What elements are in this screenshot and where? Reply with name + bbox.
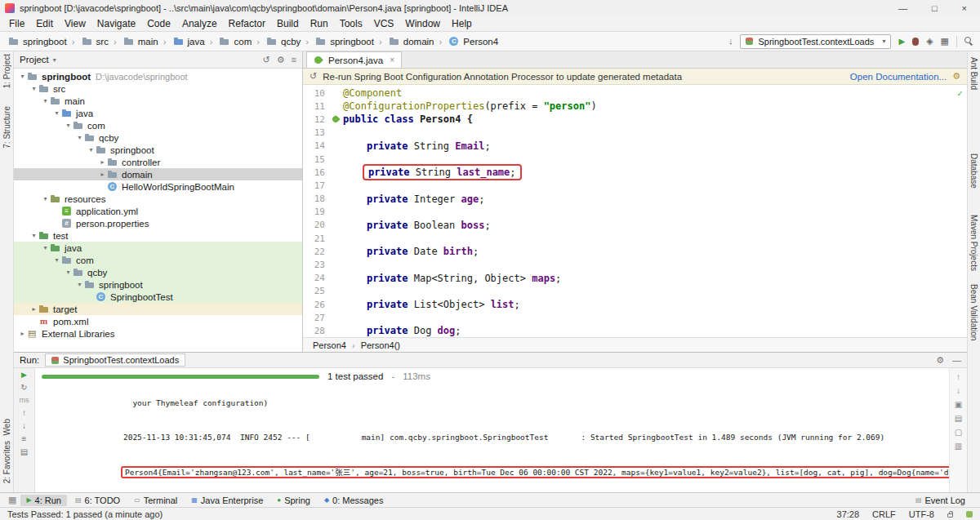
caret-position[interactable]: 37:28	[837, 509, 860, 519]
tree-toggle-arrow[interactable]: ▸	[97, 171, 108, 178]
gutter-icon[interactable]	[331, 232, 343, 245]
console-toolbar-icon[interactable]: ▤	[955, 414, 962, 423]
menu-item[interactable]: VCS	[368, 16, 400, 31]
tool-window-button[interactable]: Maven Projects	[969, 212, 978, 273]
gutter-icon[interactable]	[331, 100, 343, 113]
encoding-indicator[interactable]: UTF-8	[909, 509, 934, 519]
run-toolbar-icon[interactable]: ▤	[20, 447, 28, 456]
menu-item[interactable]: Build	[271, 16, 305, 31]
tree-toggle-arrow[interactable]: ▾	[40, 195, 51, 202]
tree-row[interactable]: ▾ com	[14, 119, 302, 131]
search-icon[interactable]	[964, 37, 973, 46]
menu-item[interactable]: Edit	[30, 16, 59, 31]
debug-button[interactable]	[912, 38, 919, 46]
gutter-icon[interactable]	[331, 311, 343, 324]
run-toolbar-icon[interactable]: ms	[20, 396, 29, 404]
code-editor[interactable]: 10 @Component 11 @ConfigurationPropertie…	[303, 85, 967, 337]
menu-item[interactable]: Run	[305, 16, 334, 31]
gutter-icon[interactable]	[331, 87, 343, 100]
chevron-down-icon[interactable]: ▾	[53, 56, 56, 64]
close-button[interactable]: ×	[962, 3, 967, 13]
tree-row[interactable]: ▾ main	[14, 95, 302, 107]
run-toolbar-icon[interactable]: ▶	[21, 371, 27, 379]
gutter-icon[interactable]	[331, 245, 343, 258]
gutter-icon[interactable]	[331, 166, 343, 179]
tree-row[interactable]: ▾ qcby	[14, 131, 302, 144]
line-number[interactable]: 25	[303, 286, 331, 296]
gutter-icon[interactable]	[331, 219, 343, 232]
tree-row[interactable]: ▾ com	[14, 254, 302, 266]
code-text[interactable]: private String last_name;	[363, 164, 522, 180]
editor-breadcrumb-item[interactable]: Person4	[313, 340, 346, 350]
tree-row[interactable]: pom.xml	[14, 315, 302, 327]
gutter-icon[interactable]	[331, 193, 343, 206]
menu-item[interactable]: Tools	[334, 16, 368, 31]
code-text[interactable]: private String Email;	[367, 140, 491, 152]
tree-row[interactable]: ▾ springboot D:\javacode\springboot	[14, 70, 302, 82]
line-number[interactable]: 14	[303, 140, 331, 151]
tool-window-tab[interactable]: ◆ 0: Messages	[318, 495, 390, 506]
maximize-button[interactable]: □	[932, 3, 938, 13]
tree-toggle-arrow[interactable]: ▾	[74, 134, 85, 141]
readonly-lock-icon[interactable]	[947, 513, 953, 518]
line-number[interactable]: 27	[303, 313, 331, 323]
tree-row[interactable]: ▾ springboot	[14, 144, 302, 156]
run-configuration-select[interactable]: SpringbootTest.contextLoads ▾	[740, 34, 891, 49]
tool-window-button[interactable]: Web	[2, 416, 11, 438]
line-number[interactable]: 22	[303, 247, 331, 257]
tool-window-tab[interactable]: ▤ 6: TODO	[69, 495, 126, 506]
project-header-action-icon[interactable]: ↺	[262, 55, 270, 65]
line-number[interactable]: 19	[303, 207, 331, 217]
tree-row[interactable]: ▾ springboot	[14, 278, 302, 291]
coverage-button[interactable]: ◈	[926, 37, 933, 46]
console-toolbar-icon[interactable]: ▣	[955, 400, 962, 409]
gutter-icon[interactable]	[331, 258, 343, 271]
tree-toggle-arrow[interactable]: ▾	[51, 256, 62, 264]
gutter-icon[interactable]	[331, 113, 343, 126]
notifications-icon[interactable]	[966, 511, 973, 518]
menu-item[interactable]: Window	[399, 16, 446, 31]
line-number[interactable]: 10	[303, 88, 331, 99]
tree-toggle-arrow[interactable]: ▾	[63, 122, 74, 129]
tree-toggle-arrow[interactable]: ▾	[63, 269, 74, 276]
minimize-button[interactable]: —	[898, 3, 907, 13]
run-panel-header-icon[interactable]: —	[952, 355, 961, 366]
tree-row[interactable]: ▸ target	[14, 303, 302, 315]
menu-item[interactable]: Help	[446, 16, 478, 31]
console-toolbar-icon[interactable]: ▥	[955, 442, 962, 451]
breadcrumb-item[interactable]: src	[69, 36, 111, 47]
run-toolbar-icon[interactable]: ≡	[22, 434, 27, 443]
tool-window-tab[interactable]: ● Spring	[271, 495, 316, 506]
console-toolbar-icon[interactable]: ↑	[956, 372, 960, 381]
inspection-ok-icon[interactable]: ✓	[957, 89, 964, 98]
tool-window-switcher-icon[interactable]: ▦	[4, 495, 20, 505]
gutter-icon[interactable]	[331, 206, 343, 219]
gutter-icon[interactable]	[331, 285, 343, 298]
tool-window-tab[interactable]: ▭ Terminal	[128, 495, 183, 506]
tree-row[interactable]: ▾ test	[14, 229, 302, 242]
tool-window-tab[interactable]: ▦ Java Enterprise	[185, 495, 269, 506]
line-number[interactable]: 13	[303, 127, 331, 138]
sort-icon[interactable]: ↓	[728, 37, 733, 46]
line-number[interactable]: 20	[303, 220, 331, 230]
line-number[interactable]: 26	[303, 300, 331, 310]
code-text[interactable]: private Dog dog;	[367, 325, 461, 336]
tree-row[interactable]: ▸ External Libraries	[14, 327, 302, 340]
tree-row[interactable]: SpringbootTest	[14, 291, 302, 303]
run-toolbar-icon[interactable]: ↑	[22, 408, 26, 417]
line-number[interactable]: 12	[303, 114, 331, 125]
tool-window-tab[interactable]: ▶ 4: Run	[20, 495, 67, 506]
tree-row[interactable]: HelloWorldSpringBootMain	[14, 180, 302, 193]
tree-toggle-arrow[interactable]: ▸	[17, 330, 28, 337]
breadcrumb-item[interactable]: domain	[376, 36, 437, 47]
gutter-icon[interactable]	[331, 179, 343, 192]
tree-toggle-arrow[interactable]: ▾	[51, 109, 62, 117]
breadcrumb-item[interactable]: java	[161, 36, 207, 47]
tool-window-button[interactable]: 7: Structure	[2, 104, 11, 151]
breadcrumb-item[interactable]: springboot	[303, 36, 376, 47]
tool-windows-icon[interactable]: ▦	[941, 37, 949, 46]
tree-toggle-arrow[interactable]: ▾	[40, 244, 51, 251]
line-number[interactable]: 15	[303, 154, 331, 165]
line-number[interactable]: 11	[303, 101, 331, 112]
code-text[interactable]: @Component	[343, 87, 402, 99]
